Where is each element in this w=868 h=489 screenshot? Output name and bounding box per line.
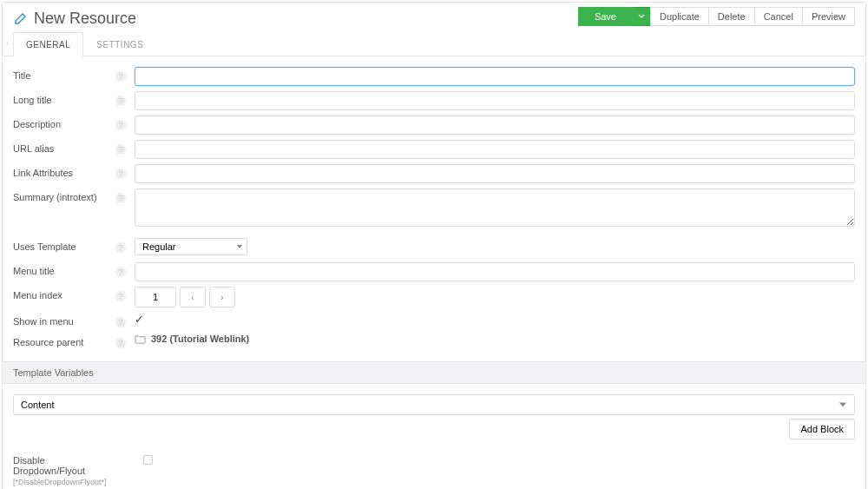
showinmenu-checkbox[interactable]: ✓ — [135, 313, 144, 326]
folder-icon — [135, 334, 146, 344]
help-icon[interactable]: ? — [115, 267, 126, 277]
save-button[interactable]: Save — [578, 7, 633, 26]
tv-disable-flyout-checkbox[interactable] — [143, 455, 153, 465]
preview-button[interactable]: Preview — [802, 7, 855, 26]
label-showinmenu: Show in menu — [13, 313, 115, 327]
introtext-input[interactable] — [135, 188, 855, 227]
help-icon[interactable]: ? — [115, 193, 126, 203]
label-introtext: Summary (introtext) — [13, 188, 115, 202]
label-description: Description — [13, 116, 115, 129]
description-input[interactable] — [135, 116, 855, 135]
delete-button[interactable]: Delete — [708, 7, 755, 26]
help-icon[interactable]: ? — [115, 242, 126, 253]
help-icon[interactable]: ? — [115, 120, 126, 130]
content-block-select[interactable]: Content — [13, 394, 855, 415]
label-longtitle: Long title — [13, 91, 115, 105]
menuindex-input[interactable] — [135, 287, 176, 307]
alias-input[interactable] — [135, 140, 855, 159]
label-menuindex: Menu index — [13, 287, 115, 301]
tv-disable-flyout-label: Disable Dropdown/Flyout — [13, 455, 117, 476]
label-linkattr: Link Attributes — [13, 164, 115, 178]
tv-disable-flyout-key: [*DisableDropdownFlyout*] — [13, 478, 117, 486]
chevron-down-icon — [638, 13, 645, 20]
help-icon[interactable]: ? — [115, 338, 126, 348]
tab-general[interactable]: GENERAL — [13, 32, 83, 56]
longtitle-input[interactable] — [135, 91, 855, 110]
help-icon[interactable]: ? — [115, 291, 126, 301]
template-variables-header: Template Variables — [3, 361, 865, 384]
label-title: Title — [13, 67, 115, 81]
tab-settings[interactable]: SETTINGS — [83, 32, 156, 56]
menuindex-increment[interactable]: › — [209, 287, 235, 307]
help-icon[interactable]: ? — [115, 317, 126, 327]
help-icon[interactable]: ? — [115, 96, 126, 106]
duplicate-button[interactable]: Duplicate — [650, 7, 709, 26]
linkattr-input[interactable] — [135, 164, 855, 183]
title-input[interactable] — [135, 67, 855, 86]
page-title: New Resource — [34, 10, 136, 28]
save-dropdown-button[interactable] — [632, 7, 651, 26]
edit-icon — [13, 12, 27, 26]
label-parent: Resource parent — [13, 334, 115, 347]
tab-scroll-left[interactable]: ‹ — [6, 38, 9, 48]
add-block-button[interactable]: Add Block — [789, 419, 855, 439]
label-template: Uses Template — [13, 238, 115, 252]
label-alias: URL alias — [13, 140, 115, 154]
help-icon[interactable]: ? — [115, 144, 126, 155]
help-icon[interactable]: ? — [115, 71, 126, 82]
menutitle-input[interactable] — [135, 262, 855, 281]
cancel-button[interactable]: Cancel — [754, 7, 803, 26]
label-menutitle: Menu title — [13, 262, 115, 276]
parent-value[interactable]: 392 (Tutorial Weblink) — [151, 334, 249, 344]
help-icon[interactable]: ? — [115, 169, 126, 179]
template-select[interactable]: Regular — [135, 238, 247, 255]
menuindex-decrement[interactable]: ‹ — [180, 287, 206, 307]
